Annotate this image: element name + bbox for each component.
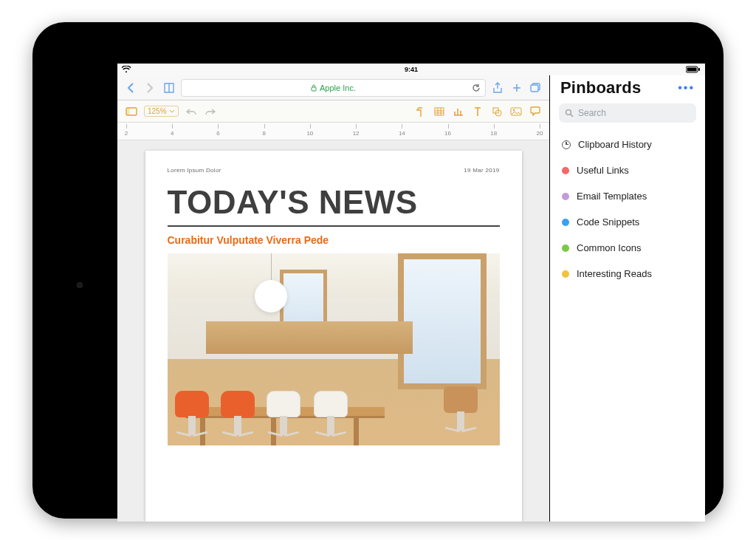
color-dot-icon xyxy=(562,270,569,278)
share-button[interactable] xyxy=(490,81,505,95)
battery-icon xyxy=(686,66,701,73)
front-camera xyxy=(77,282,83,288)
search-field[interactable]: Search xyxy=(559,103,696,123)
ruler-tick-label: 10 xyxy=(306,130,313,137)
color-dot-icon xyxy=(562,167,569,174)
color-dot-icon xyxy=(562,193,569,200)
doc-meta-right: 19 Mar 2019 xyxy=(464,167,499,174)
zoom-label: 125% xyxy=(148,107,167,115)
text-button[interactable] xyxy=(471,105,484,118)
pinboard-item[interactable]: Email Templates xyxy=(554,183,701,209)
document-canvas[interactable]: Lorem Ipsum Dolor 19 Mar 2019 TODAY'S NE… xyxy=(117,140,549,522)
pinboard-item-label: Email Templates xyxy=(577,191,647,202)
table-button[interactable] xyxy=(433,105,446,118)
pinboard-item-label: Code Snippets xyxy=(577,216,639,228)
color-dot-icon xyxy=(562,245,569,252)
editor-toolbar: 125% xyxy=(117,100,549,123)
more-button[interactable]: ••• xyxy=(678,81,695,95)
pinboards-title: Pinboards xyxy=(560,78,641,98)
pinboard-item[interactable]: Useful Links xyxy=(554,157,701,183)
ruler-tick-label: 14 xyxy=(399,130,405,137)
clock-label: 9:41 xyxy=(405,66,418,73)
ruler-tick-label: 2 xyxy=(125,130,128,137)
pinboard-item-label: Useful Links xyxy=(577,165,629,176)
format-button[interactable] xyxy=(413,105,427,118)
ruler-tick-label: 18 xyxy=(490,130,497,137)
pinboard-item-label: Common Icons xyxy=(577,242,641,253)
pinboard-item-label: Interesting Reads xyxy=(577,268,652,279)
comment-button[interactable] xyxy=(529,105,542,118)
ruler: 2468101214161820 xyxy=(117,123,549,140)
svg-rect-3 xyxy=(312,87,316,91)
doc-meta-left: Lorem Ipsum Dolor xyxy=(168,167,221,174)
lock-icon xyxy=(311,84,317,92)
bookmarks-button[interactable] xyxy=(162,81,176,95)
color-dot-icon xyxy=(562,219,569,226)
address-bar[interactable]: Apple Inc. xyxy=(181,79,486,97)
tabs-button[interactable] xyxy=(529,81,543,95)
address-label: Apple Inc. xyxy=(320,83,356,92)
zoom-select[interactable]: 125% xyxy=(144,106,179,117)
doc-headline[interactable]: TODAY'S NEWS xyxy=(168,174,500,227)
clock-icon xyxy=(562,140,571,149)
ruler-tick-label: 4 xyxy=(171,130,173,137)
ruler-tick-label: 20 xyxy=(537,130,543,137)
pinboard-item[interactable]: Clipboard History xyxy=(554,131,701,157)
shape-button[interactable] xyxy=(490,105,504,118)
svg-rect-2 xyxy=(698,68,700,71)
ruler-tick-label: 6 xyxy=(216,130,219,137)
redo-button[interactable] xyxy=(204,105,217,118)
pinboard-item-label: Clipboard History xyxy=(578,139,652,150)
hero-image[interactable] xyxy=(168,253,500,445)
reload-button[interactable] xyxy=(472,83,481,92)
back-button[interactable] xyxy=(123,81,138,95)
undo-button[interactable] xyxy=(185,105,198,118)
document-page: Lorem Ipsum Dolor 19 Mar 2019 TODAY'S NE… xyxy=(145,151,522,522)
forward-button[interactable] xyxy=(142,81,157,95)
chart-button[interactable] xyxy=(452,105,465,118)
ipad-bezel: 9:41 Apple xyxy=(32,22,724,519)
pinboard-item[interactable]: Interesting Reads xyxy=(554,261,701,287)
svg-rect-7 xyxy=(126,108,130,115)
search-icon xyxy=(565,109,574,117)
new-tab-button[interactable] xyxy=(509,81,524,95)
svg-rect-5 xyxy=(531,85,538,92)
view-mode-button[interactable] xyxy=(125,105,138,118)
safari-app: Apple Inc. xyxy=(117,64,550,522)
pinboards-list: Clipboard HistoryUseful LinksEmail Templ… xyxy=(550,129,705,290)
svg-point-12 xyxy=(513,109,515,110)
media-button[interactable] xyxy=(509,105,523,118)
pinboards-app: Pinboards ••• Search Clipboard HistoryUs… xyxy=(550,64,705,522)
ipad-screen: 9:41 Apple xyxy=(117,64,705,522)
doc-subhead[interactable]: Curabitur Vulputate Viverra Pede xyxy=(168,234,500,246)
wifi-icon xyxy=(122,66,131,73)
svg-rect-1 xyxy=(687,68,697,72)
search-placeholder: Search xyxy=(578,108,606,118)
svg-rect-8 xyxy=(435,108,444,115)
ruler-tick-label: 8 xyxy=(262,130,265,137)
status-bar: 9:41 xyxy=(117,64,705,75)
svg-point-13 xyxy=(566,110,571,115)
safari-toolbar: Apple Inc. xyxy=(117,75,549,100)
pinboard-item[interactable]: Common Icons xyxy=(554,235,701,261)
ruler-tick-label: 12 xyxy=(353,130,360,137)
pinboard-item[interactable]: Code Snippets xyxy=(554,209,701,235)
ruler-tick-label: 16 xyxy=(444,130,451,137)
